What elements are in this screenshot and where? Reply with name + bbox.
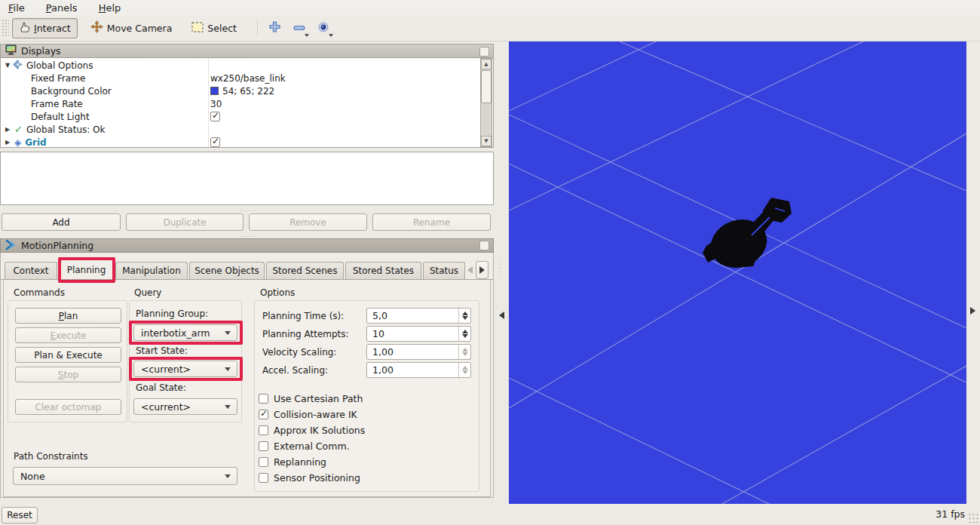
add-display-button[interactable]: Add: [2, 213, 121, 231]
sensor-positioning-checkbox[interactable]: [259, 473, 268, 483]
replanning-row: Replanning: [259, 456, 326, 468]
row-label: Frame Rate: [31, 99, 83, 109]
collapse-left-icon[interactable]: [499, 312, 504, 319]
grid-diamond-icon: ◈: [14, 137, 21, 148]
toolbar-drag-handle[interactable]: [2, 19, 9, 37]
move-camera-label: Move Camera: [107, 23, 173, 34]
vertical-splitter[interactable]: .....: [494, 41, 509, 504]
spin-down-icon[interactable]: [462, 352, 468, 356]
splitter-dots[interactable]: .....: [240, 232, 257, 238]
tree-row-grid[interactable]: ▶ ◈ Grid: [4, 136, 47, 148]
right-panel-strip[interactable]: [966, 41, 980, 504]
background-color-value[interactable]: 54; 65; 222: [210, 84, 274, 97]
duplicate-display-button[interactable]: Duplicate: [126, 213, 243, 231]
tab-stored-scenes[interactable]: Stored Scenes: [266, 262, 344, 279]
hand-pointer-icon: [19, 21, 30, 35]
tab-scene-objects[interactable]: Scene Objects: [189, 262, 265, 279]
motionplanning-panel-title: MotionPlanning: [21, 240, 93, 251]
chevron-left-icon: [467, 266, 473, 274]
accel-scaling-label: Accel. Scaling:: [262, 365, 328, 376]
tab-stored-states[interactable]: Stored States: [345, 262, 421, 279]
spin-up-icon[interactable]: [462, 348, 468, 352]
remove-tool-button[interactable]: [289, 18, 309, 38]
frame-rate-value[interactable]: 30: [210, 97, 222, 110]
goal-state-dropdown[interactable]: <current>: [133, 398, 237, 415]
tree-row-fixed-frame[interactable]: Fixed Frame: [31, 72, 85, 84]
window-resize-grip[interactable]: [968, 513, 978, 523]
displays-panel-header[interactable]: Displays: [0, 44, 494, 58]
row-label: Grid: [25, 137, 46, 148]
tree-column-divider[interactable]: [208, 58, 209, 147]
execute-button[interactable]: Execute: [15, 327, 121, 343]
select-tool-button[interactable]: Select: [185, 18, 243, 38]
displays-tree: ▼ Global Options Fixed Frame wx250/base_…: [0, 58, 494, 148]
planning-attempts-spinbox[interactable]: 10: [366, 326, 471, 342]
stop-button[interactable]: Stop: [15, 367, 121, 382]
3d-viewport[interactable]: [509, 41, 966, 504]
spin-up-icon[interactable]: [462, 312, 468, 315]
tree-row-default-light[interactable]: Default Light: [31, 110, 90, 123]
grid-checkbox[interactable]: [210, 137, 220, 147]
interact-tool-button[interactable]: Interact: [12, 18, 78, 38]
collision-aware-ik-checkbox[interactable]: [259, 410, 268, 419]
approx-ik-solutions-checkbox[interactable]: [259, 425, 268, 435]
query-group-label: Query: [134, 287, 161, 298]
planning-group-label: Planning Group:: [136, 309, 208, 319]
plan-and-execute-button[interactable]: Plan & Execute: [15, 347, 121, 363]
velocity-scaling-spinbox[interactable]: 1,00: [366, 344, 471, 360]
fixed-frame-value[interactable]: wx250/base_link: [210, 72, 286, 84]
accel-scaling-spinbox[interactable]: 1,00: [366, 362, 471, 378]
spin-down-icon[interactable]: [462, 334, 468, 338]
tab-scroll-right-button[interactable]: [476, 261, 488, 279]
color-swatch: [210, 87, 219, 95]
reset-button[interactable]: Reset: [2, 507, 38, 523]
move-camera-tool-button[interactable]: Move Camera: [84, 18, 179, 38]
panel-float-button[interactable]: [479, 47, 489, 57]
tree-row-global-status[interactable]: ▶ ✓ Global Status: Ok: [4, 123, 106, 136]
tab-status[interactable]: Status: [423, 262, 465, 279]
start-state-label: Start State:: [136, 345, 188, 356]
panel-float-button[interactable]: [479, 241, 489, 250]
spin-up-icon[interactable]: [462, 330, 468, 333]
splitter-dots[interactable]: .....: [240, 206, 257, 213]
spin-up-icon[interactable]: [462, 366, 468, 370]
spin-down-icon[interactable]: [462, 316, 468, 320]
tab-context[interactable]: Context: [5, 262, 57, 279]
planning-time-spinbox[interactable]: 5,0: [366, 308, 471, 324]
annotation-box-planning-tab: [58, 257, 115, 283]
scroll-down-button[interactable]: ▼: [481, 136, 492, 146]
expand-triangle-icon[interactable]: ▶: [4, 139, 11, 146]
expand-triangle-icon[interactable]: ▶: [4, 126, 11, 133]
collapse-right-icon[interactable]: [970, 307, 975, 315]
scrollbar-thumb[interactable]: [481, 70, 492, 103]
menu-help[interactable]: Help: [96, 2, 124, 14]
tool-properties-button[interactable]: [314, 18, 333, 38]
plus-icon: [269, 21, 280, 35]
tree-row-frame-rate[interactable]: Frame Rate: [31, 97, 83, 110]
rename-display-button[interactable]: Rename: [372, 213, 491, 231]
menu-panels[interactable]: Panels: [44, 2, 80, 14]
plan-button[interactable]: Plan: [15, 308, 121, 324]
default-light-checkbox[interactable]: [210, 112, 220, 121]
tree-scrollbar[interactable]: ▲ ▼: [480, 58, 492, 147]
menu-file[interactable]: File: [6, 2, 27, 14]
replanning-checkbox[interactable]: [259, 457, 268, 467]
options-group-label: Options: [260, 287, 295, 298]
tree-row-global-options[interactable]: ▼ Global Options: [4, 59, 93, 72]
monitor-icon: [5, 45, 17, 57]
collapse-triangle-icon[interactable]: ▼: [4, 62, 11, 69]
external-comm-checkbox[interactable]: [259, 441, 268, 451]
path-constraints-dropdown[interactable]: None: [13, 467, 237, 485]
scroll-up-button[interactable]: ▲: [481, 59, 492, 69]
clear-octomap-button[interactable]: Clear octomap: [15, 399, 121, 415]
use-cartesian-path-checkbox[interactable]: [259, 394, 268, 404]
motionplanning-panel-header[interactable]: MotionPlanning: [0, 238, 494, 253]
remove-display-button[interactable]: Remove: [249, 213, 367, 231]
spin-down-icon[interactable]: [462, 370, 468, 374]
row-label: Background Color: [31, 86, 112, 97]
tree-row-background-color[interactable]: Background Color: [31, 84, 112, 97]
select-label: Select: [207, 23, 237, 34]
collision-aware-ik-row: Collision-aware IK: [259, 409, 357, 420]
add-tool-button[interactable]: [265, 18, 285, 38]
tab-manipulation[interactable]: Manipulation: [115, 262, 188, 279]
